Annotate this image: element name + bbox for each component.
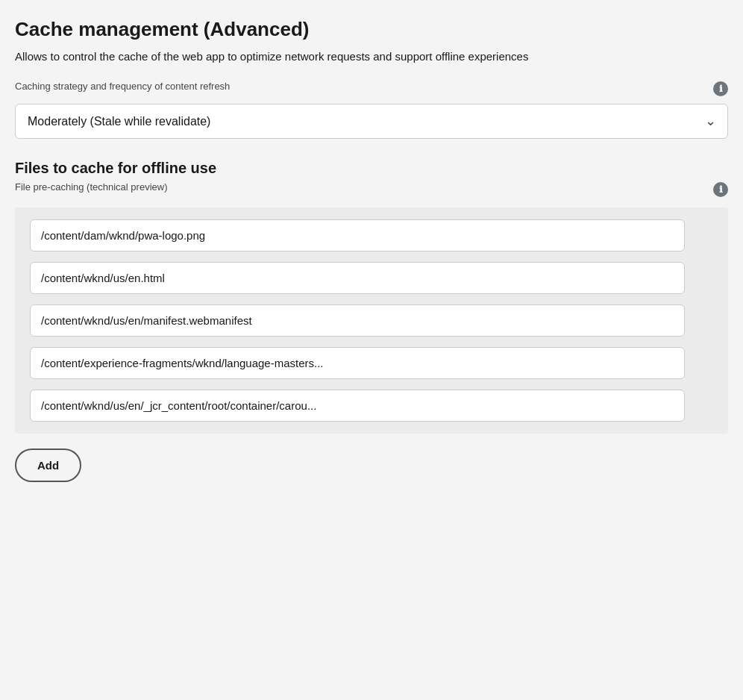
delete-button-1[interactable]: [694, 232, 700, 238]
file-actions-5: [694, 402, 713, 408]
delete-button-4[interactable]: [694, 360, 700, 366]
delete-button-2[interactable]: [694, 275, 700, 281]
move-button-5[interactable]: [707, 402, 713, 408]
caching-strategy-dropdown-wrapper: Moderately (Stale while revalidate) Aggr…: [15, 104, 728, 139]
files-section-title: Files to cache for offline use: [15, 160, 728, 177]
page-description: Allows to control the cache of the web a…: [15, 49, 728, 66]
file-input-3[interactable]: [30, 304, 685, 337]
file-actions-4: [694, 360, 713, 366]
move-button-3[interactable]: [707, 317, 713, 323]
file-actions-2: [694, 275, 713, 281]
caching-info-icon[interactable]: ℹ: [713, 81, 728, 96]
file-actions-3: [694, 317, 713, 323]
add-button[interactable]: Add: [15, 449, 81, 482]
file-row: [30, 347, 713, 379]
file-row: [30, 219, 713, 251]
caching-strategy-label: Caching strategy and frequency of conten…: [15, 81, 230, 92]
file-row: [30, 262, 713, 294]
page-title: Cache management (Advanced): [15, 18, 728, 41]
file-input-2[interactable]: [30, 262, 685, 294]
files-container: [15, 207, 728, 434]
file-row: [30, 390, 713, 422]
file-precaching-label: File pre-caching (technical preview): [15, 181, 167, 193]
file-actions-1: [694, 232, 713, 238]
delete-button-5[interactable]: [694, 402, 700, 408]
file-input-4[interactable]: [30, 347, 685, 379]
delete-button-3[interactable]: [694, 317, 700, 323]
move-button-4[interactable]: [707, 360, 713, 366]
file-input-5[interactable]: [30, 390, 685, 422]
move-button-1[interactable]: [707, 232, 713, 238]
caching-strategy-select[interactable]: Moderately (Stale while revalidate) Aggr…: [15, 104, 728, 139]
move-button-2[interactable]: [707, 275, 713, 281]
file-input-1[interactable]: [30, 219, 685, 251]
file-precaching-info-icon[interactable]: ℹ: [713, 182, 728, 197]
file-row: [30, 304, 713, 337]
files-section: Files to cache for offline use File pre-…: [15, 160, 728, 482]
